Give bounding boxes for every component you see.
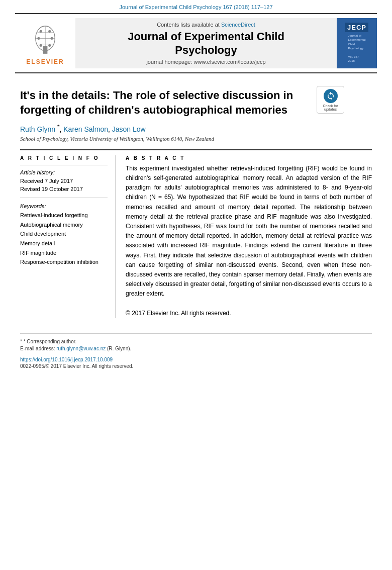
page: Journal of Experimental Child Psychology… — [0, 0, 392, 570]
article-info-heading: A R T I C L E I N F O — [20, 155, 108, 161]
journal-thumbnail: JECP Journal ofExperimentalChildPsycholo… — [337, 18, 377, 68]
email-name: (R. Glynn). — [107, 346, 131, 351]
article-info-column: A R T I C L E I N F O Article history: R… — [20, 155, 116, 318]
keyword-1: Retrieval-induced forgetting — [20, 211, 108, 220]
top-journal-text: Journal of Experimental Child Psychology… — [119, 4, 272, 10]
info-divider-mid — [20, 198, 108, 198]
keywords-list: Retrieval-induced forgetting Autobiograp… — [20, 211, 108, 267]
doi-link[interactable]: https://doi.org/10.1016/j.jecp.2017.10.0… — [20, 357, 113, 362]
affiliation: School of Psychology, Victoria Universit… — [20, 136, 372, 142]
author-karen: Karen Salmon — [63, 125, 108, 133]
check-icon — [324, 89, 338, 103]
thick-divider — [20, 149, 372, 150]
email-label: E-mail address: — [20, 346, 55, 351]
abstract-heading: A B S T R A C T — [126, 155, 372, 161]
author-ruth: Ruth Glynn — [20, 125, 55, 133]
svg-point-10 — [40, 44, 42, 46]
jecp-badge: JECP — [345, 23, 368, 32]
title-area: It's in the details: The role of selecti… — [20, 81, 372, 123]
received-date: Received 7 July 2017 — [20, 177, 108, 185]
contents-line: Contents lists available at ScienceDirec… — [157, 22, 255, 28]
elsevier-logo: ELSEVIER — [15, 18, 75, 68]
email-footnote: E-mail address: ruth.glynn@vuw.ac.nz (R.… — [20, 346, 372, 351]
svg-point-9 — [51, 37, 53, 39]
check-for-updates-text: Check for updates — [319, 104, 342, 111]
thumb-text: Journal ofExperimentalChildPsychologyVol… — [348, 34, 365, 63]
journal-thumb-inner: JECP Journal ofExperimentalChildPsycholo… — [339, 21, 374, 66]
svg-point-11 — [48, 44, 51, 46]
journal-center-block: Contents lists available at ScienceDirec… — [75, 18, 337, 68]
keyword-2: Autobiographical memory — [20, 220, 108, 230]
journal-name-line2: Psychology — [175, 44, 237, 56]
science-direct-link[interactable]: ScienceDirect — [221, 22, 255, 28]
contents-text: Contents lists available at — [157, 22, 220, 28]
corresponding-star: * — [57, 123, 60, 130]
abstract-body: This experiment investigated whether ret… — [126, 165, 372, 297]
article-title: It's in the details: The role of selecti… — [20, 88, 312, 117]
issn-copyright: 0022-0965/© 2017 Elsevier Inc. All right… — [20, 363, 372, 369]
journal-title-main: Journal of Experimental Child Psychology — [128, 30, 284, 57]
corresponding-footnote: * * Corresponding author. — [20, 339, 372, 344]
check-for-updates-badge[interactable]: Check for updates — [317, 86, 344, 114]
svg-point-6 — [40, 30, 42, 32]
keyword-4: Memory detail — [20, 239, 108, 248]
email-link[interactable]: ruth.glynn@vuw.ac.nz — [56, 346, 106, 351]
abstract-text: This experiment investigated whether ret… — [126, 164, 372, 318]
abstract-column: A B S T R A C T This experiment investig… — [126, 155, 372, 318]
keyword-3: Child development — [20, 229, 108, 239]
info-divider-top — [20, 165, 108, 165]
abstract-copyright: © 2017 Elsevier Inc. All rights reserved… — [126, 310, 231, 317]
main-content: It's in the details: The role of selecti… — [0, 73, 392, 379]
author-jason: Jason Low — [112, 125, 146, 133]
keyword-6: Response-competition inhibition — [20, 257, 108, 267]
refresh-icon — [326, 91, 335, 101]
keywords-label: Keywords: — [20, 203, 108, 209]
elsevier-tree-icon — [28, 22, 63, 57]
svg-point-7 — [48, 30, 51, 32]
authors-line: Ruth Glynn *, Karen Salmon, Jason Low — [20, 123, 372, 133]
elsevier-brand-text: ELSEVIER — [26, 58, 64, 65]
top-journal-link[interactable]: Journal of Experimental Child Psychology… — [0, 0, 392, 13]
star-symbol: * — [20, 339, 24, 344]
journal-name-line1: Journal of Experimental Child — [128, 30, 284, 43]
keyword-5: RIF magnitude — [20, 248, 108, 258]
two-column-section: A R T I C L E I N F O Article history: R… — [20, 155, 372, 318]
article-history-label: Article history: — [20, 169, 108, 175]
svg-point-8 — [37, 37, 40, 39]
corresponding-text: * Corresponding author. — [24, 339, 77, 344]
header-banner: ELSEVIER Contents lists available at Sci… — [15, 13, 377, 73]
footer-area: * * Corresponding author. E-mail address… — [20, 333, 372, 369]
revised-date: Revised 19 October 2017 — [20, 185, 108, 194]
journal-homepage: journal homepage: www.elsevier.com/locat… — [146, 59, 265, 65]
